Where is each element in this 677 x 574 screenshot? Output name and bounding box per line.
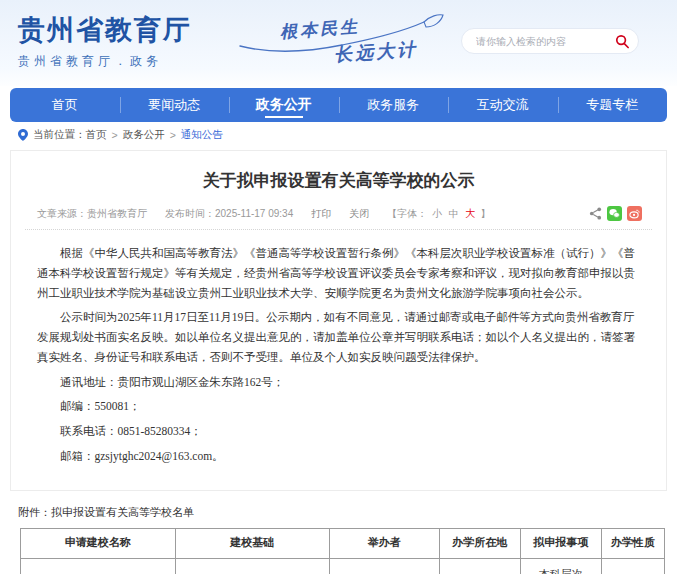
cell-school-type: 公办 — [601, 558, 664, 574]
nav-item-public-affairs[interactable]: 政务公开 — [229, 88, 339, 122]
font-size-label-end: 】 — [480, 208, 490, 219]
col-header-location: 办学所在地 — [439, 528, 520, 558]
table-header-row: 申请建校名称 建校基础 举办者 办学所在地 拟申报事项 办学性质 — [21, 528, 665, 558]
site-logo[interactable]: 贵州省教育厅 贵州省教育厅．政务 — [18, 16, 192, 70]
nav-label: 首页 — [52, 96, 78, 114]
cell-applied-name: 贵州工业职业技术大学 — [21, 558, 176, 574]
paragraph-phone: 联系电话：0851-85280334； — [37, 422, 640, 442]
search-box — [461, 28, 639, 54]
page-title: 关于拟申报设置有关高等学校的公示 — [11, 163, 666, 202]
breadcrumb-notices[interactable]: 通知公告 — [181, 128, 223, 142]
table-row: 贵州工业职业技术大学 贵州工业职业技术学院 贵州省人民政府 贵阳市 本科层次 职… — [21, 558, 665, 574]
cell-organizer: 贵州省人民政府 — [330, 558, 439, 574]
cell-basis: 贵州工业职业技术学院 — [175, 558, 330, 574]
breadcrumb-home[interactable]: 首页 — [86, 128, 107, 142]
paragraph-public-period: 公示时间为2025年11月17日至11月19日。公示期内，如有不同意见，请通过邮… — [37, 308, 640, 367]
paragraph-email: 邮箱：gzsjytghc2024@163.com。 — [37, 447, 640, 467]
article-meta: 文章来源：贵州省教育厅 发布时间：2025-11-17 09:34 打印 关闭 … — [11, 202, 666, 229]
attachment-label: 附件：拟申报设置有关高等学校名单 — [18, 505, 659, 520]
breadcrumb-public-affairs[interactable]: 政务公开 — [123, 128, 165, 142]
print-button[interactable]: 打印 — [311, 207, 331, 221]
cell-location: 贵阳市 — [439, 558, 520, 574]
close-button[interactable]: 关闭 — [349, 207, 369, 221]
col-header-school-type: 办学性质 — [601, 528, 664, 558]
school-list-table: 申请建校名称 建校基础 举办者 办学所在地 拟申报事项 办学性质 贵州工业职业技… — [20, 528, 665, 574]
cell-application-item: 本科层次 职业学校 — [520, 558, 601, 574]
font-size-medium-button[interactable]: 中 — [449, 208, 459, 219]
nav-item-news[interactable]: 要闻动态 — [120, 88, 230, 122]
paragraph-basis: 根据《中华人民共和国高等教育法》《普通高等学校设置暂行条例》《本科层次职业学校设… — [37, 244, 640, 303]
col-header-organizer: 举办者 — [330, 528, 439, 558]
location-pin-icon — [18, 129, 28, 141]
share-buttons — [589, 206, 642, 221]
col-header-applied-name: 申请建校名称 — [21, 528, 176, 558]
paragraph-postcode: 邮编：550081； — [37, 397, 640, 417]
weibo-share-icon[interactable] — [627, 206, 642, 221]
paragraph-address: 通讯地址：贵阳市观山湖区金朱东路162号； — [37, 373, 640, 393]
col-header-application-item: 拟申报事项 — [520, 528, 601, 558]
nav-label: 专题专栏 — [586, 96, 638, 114]
share-icon[interactable] — [589, 207, 602, 220]
search-icon — [615, 34, 630, 49]
site-subtitle: 贵州省教育厅．政务 — [18, 53, 192, 70]
nav-item-interaction[interactable]: 互动交流 — [448, 88, 558, 122]
font-size-large-button[interactable]: 大 — [466, 208, 476, 219]
site-title: 贵州省教育厅 — [18, 16, 192, 46]
breadcrumb: 当前位置： 首页 > 政务公开 > 通知公告 — [0, 122, 677, 148]
nav-item-home[interactable]: 首页 — [10, 88, 120, 122]
article-source: 文章来源：贵州省教育厅 — [37, 207, 147, 221]
main-nav: 首页 要闻动态 政务公开 政务服务 互动交流 专题专栏 — [10, 88, 667, 122]
nav-label: 互动交流 — [477, 96, 529, 114]
slogan-calligraphy: 根本民生 长远大计 — [238, 12, 458, 72]
search-button[interactable] — [615, 34, 630, 49]
font-size-switcher: 【字体： 小 中 大 】 — [387, 207, 490, 221]
nav-item-services[interactable]: 政务服务 — [339, 88, 449, 122]
search-input[interactable] — [476, 36, 615, 47]
col-header-basis: 建校基础 — [175, 528, 330, 558]
article-container: 关于拟申报设置有关高等学校的公示 文章来源：贵州省教育厅 发布时间：2025-1… — [10, 150, 667, 491]
font-size-label: 【字体： — [387, 208, 427, 219]
font-size-small-button[interactable]: 小 — [432, 208, 442, 219]
article-body: 根据《中华人民共和国高等教育法》《普通高等学校设置暂行条例》《本科层次职业学校设… — [11, 230, 666, 467]
nav-label: 要闻动态 — [148, 96, 200, 114]
breadcrumb-separator: > — [170, 129, 176, 141]
wechat-share-icon[interactable] — [607, 206, 622, 221]
site-header: 贵州省教育厅 贵州省教育厅．政务 根本民生 长远大计 — [0, 0, 677, 86]
nav-label: 政务公开 — [256, 96, 312, 114]
nav-item-special-topics[interactable]: 专题专栏 — [558, 88, 668, 122]
nav-label: 政务服务 — [367, 96, 419, 114]
breadcrumb-prefix: 当前位置： — [33, 128, 86, 142]
breadcrumb-separator: > — [112, 129, 118, 141]
article-publish-time: 发布时间：2025-11-17 09:34 — [165, 207, 293, 221]
